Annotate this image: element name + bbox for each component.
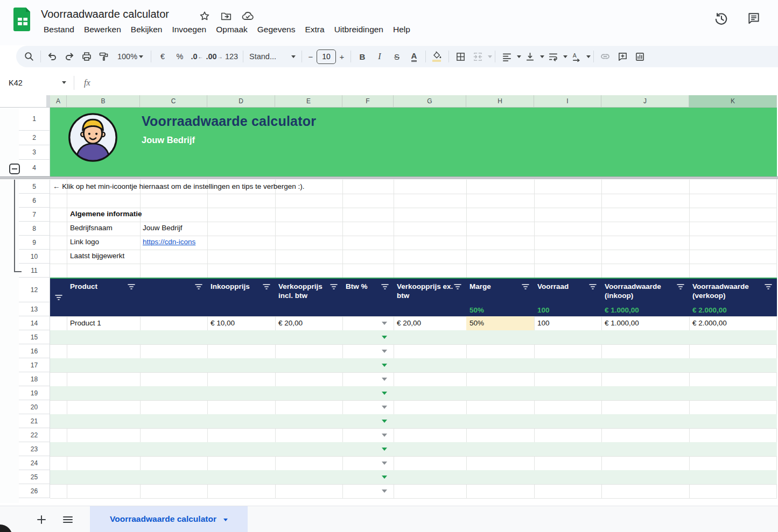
info-label-bedrijfsnaam[interactable]: Bedrijfsnaam	[70, 224, 113, 232]
table-empty-row[interactable]	[50, 330, 777, 344]
insert-link-icon[interactable]	[597, 48, 614, 65]
row-header-14[interactable]: 14	[19, 316, 50, 330]
filter-icon[interactable]	[54, 294, 64, 302]
table-empty-row[interactable]	[50, 358, 777, 372]
menu-bewerken[interactable]: Bewerken	[79, 24, 126, 36]
text-rotation-icon[interactable]: A	[567, 48, 585, 65]
redo-icon[interactable]	[61, 48, 78, 65]
borders-icon[interactable]	[452, 48, 469, 65]
btw-dropdown-icon[interactable]	[382, 476, 387, 479]
comments-icon[interactable]	[747, 11, 762, 26]
column-header-H[interactable]: H	[466, 95, 534, 108]
vertical-align-icon[interactable]	[521, 48, 538, 65]
banner-cell[interactable]: Voorraadwaarde calculator Jouw Bedrijf	[50, 108, 777, 176]
column-header-K[interactable]: K	[689, 95, 777, 108]
menu-uitbreidingen[interactable]: Uitbreidingen	[330, 24, 388, 36]
row1-inkoopprijs[interactable]: € 10,00	[211, 319, 235, 327]
info-label-linklogo[interactable]: Link logo	[70, 238, 99, 246]
column-header-G[interactable]: G	[394, 95, 466, 108]
row1-voorraad[interactable]: 100	[537, 319, 550, 327]
sheets-logo-icon[interactable]	[13, 7, 32, 32]
column-header-I[interactable]: I	[534, 95, 601, 108]
merge-cells-caret[interactable]	[488, 55, 492, 58]
table-empty-row[interactable]	[50, 470, 777, 484]
text-rotation-caret[interactable]	[586, 55, 591, 58]
row-header-18[interactable]: 18	[19, 372, 50, 386]
row-header-12[interactable]: 12	[19, 278, 50, 302]
row1-waarde_inkoop[interactable]: € 1.000,00	[605, 319, 639, 327]
info-label-laatstbijgewerkt[interactable]: Laatst bijgewerkt	[70, 252, 124, 260]
row-header-23[interactable]: 23	[19, 442, 50, 456]
summary-voorraad[interactable]: 100	[537, 306, 550, 314]
row-header-13[interactable]: 13	[19, 302, 50, 316]
italic-button[interactable]: I	[371, 48, 388, 65]
cloud-saved-icon[interactable]	[241, 9, 255, 23]
row1-verkoopprijs_incl[interactable]: € 20,00	[278, 319, 303, 327]
btw-dropdown-icon[interactable]	[382, 434, 387, 437]
more-formats-button[interactable]: 123	[223, 48, 240, 65]
active-sheet-tab[interactable]: Voorraadwaarde calculator	[90, 506, 248, 532]
table-empty-row[interactable]	[50, 442, 777, 456]
increase-decimals-button[interactable]: .00→	[206, 48, 223, 65]
row-header-4[interactable]: 4	[19, 160, 50, 176]
menu-extra[interactable]: Extra	[300, 24, 329, 36]
btw-dropdown-icon[interactable]	[382, 364, 387, 367]
row1-verkoopprijs_ex[interactable]: € 20,00	[397, 319, 421, 327]
column-header-F[interactable]: F	[342, 95, 394, 108]
name-box-caret[interactable]	[62, 81, 66, 84]
column-header-B[interactable]: B	[67, 95, 140, 108]
row-header-24[interactable]: 24	[19, 456, 50, 470]
btw-dropdown-icon[interactable]	[382, 336, 387, 339]
increase-font-size-button[interactable]: +	[336, 48, 348, 65]
row-header-10[interactable]: 10	[19, 250, 50, 264]
row-header-20[interactable]: 20	[19, 400, 50, 414]
filter-icon[interactable]	[676, 283, 686, 292]
zoom-select[interactable]: 100%	[113, 48, 148, 65]
filter-icon[interactable]	[588, 283, 598, 292]
row-header-5[interactable]: 5	[19, 180, 50, 194]
collapse-group-button[interactable]	[9, 164, 20, 174]
filter-icon[interactable]	[453, 283, 463, 292]
cells-canvas[interactable]: Voorraadwaarde calculator Jouw Bedrijf ←…	[50, 108, 778, 498]
menu-gegevens[interactable]: Gegevens	[253, 24, 300, 36]
column-header-E[interactable]: E	[275, 95, 342, 108]
row-header-7[interactable]: 7	[19, 208, 50, 222]
row-header-3[interactable]: 3	[19, 145, 50, 160]
row-header-9[interactable]: 9	[19, 236, 50, 250]
btw-dropdown-icon[interactable]	[382, 462, 387, 465]
insert-comment-icon[interactable]	[614, 48, 631, 65]
row-header-8[interactable]: 8	[19, 222, 50, 236]
formula-input[interactable]	[90, 70, 778, 95]
row-header-6[interactable]: 6	[19, 194, 50, 208]
filter-icon[interactable]	[521, 283, 531, 292]
btw-dropdown-icon[interactable]	[382, 378, 387, 381]
bold-button[interactable]: B	[354, 48, 371, 65]
filter-icon[interactable]	[764, 283, 774, 292]
menu-bestand[interactable]: Bestand	[39, 24, 79, 36]
star-icon[interactable]	[198, 9, 212, 23]
filter-icon[interactable]	[127, 283, 137, 292]
filter-icon[interactable]	[194, 283, 204, 292]
row1-product[interactable]: Product 1	[70, 319, 101, 327]
row-header-16[interactable]: 16	[19, 344, 50, 358]
name-box[interactable]: K42	[0, 79, 60, 87]
btw-dropdown-icon[interactable]	[382, 420, 387, 423]
btw-dropdown-icon[interactable]	[382, 322, 387, 325]
menu-invoegen[interactable]: Invoegen	[167, 24, 211, 36]
row-header-22[interactable]: 22	[19, 428, 50, 442]
menu-help[interactable]: Help	[388, 24, 415, 36]
summary-marge[interactable]: 50%	[469, 306, 484, 314]
filter-icon[interactable]	[381, 283, 390, 292]
row1-marge[interactable]: 50%	[469, 319, 484, 327]
filter-icon[interactable]	[330, 283, 339, 292]
search-icon[interactable]	[20, 48, 38, 65]
btw-dropdown-icon[interactable]	[382, 350, 387, 353]
column-header-A[interactable]: A	[50, 95, 67, 108]
font-size-input[interactable]: 10	[317, 49, 336, 64]
btw-dropdown-icon[interactable]	[382, 490, 387, 493]
menu-opmaak[interactable]: Opmaak	[211, 24, 253, 36]
strikethrough-button[interactable]: S	[388, 48, 405, 65]
info-value-bedrijfsnaam[interactable]: Jouw Bedrijf	[143, 224, 183, 232]
logo-link[interactable]: https://cdn-icons	[143, 238, 195, 246]
horizontal-align-caret[interactable]	[517, 55, 521, 58]
